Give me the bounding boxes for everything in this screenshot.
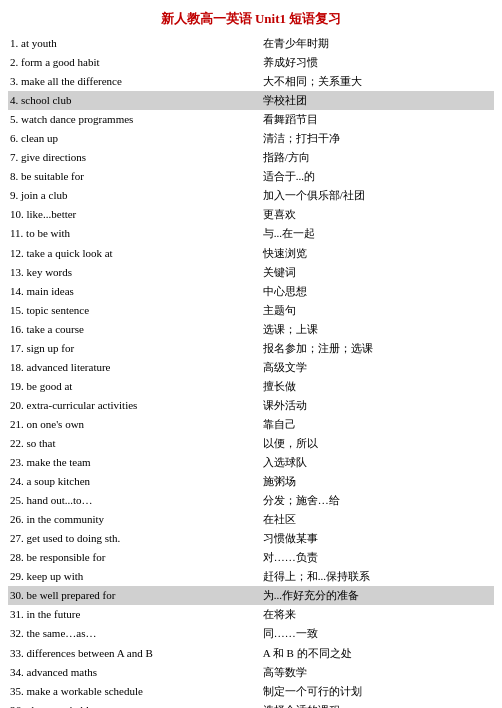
translation-text: 指路/方向 (261, 148, 494, 167)
translation-text: 高级文学 (261, 358, 494, 377)
translation-text: 对……负责 (261, 548, 494, 567)
row-number: 33. (10, 647, 27, 659)
row-number: 16. (10, 323, 27, 335)
translation-text: 为...作好充分的准备 (261, 586, 494, 605)
phrases-table: 1. at youth在青少年时期2. form a good habit养成好… (8, 34, 494, 708)
row-number: 23. (10, 456, 27, 468)
translation-text: 在将来 (261, 605, 494, 624)
phrase-text: take a course (27, 323, 84, 335)
row-number: 1. (10, 37, 21, 49)
table-row: 36. choose suitable courses选择合适的课程 (8, 701, 494, 708)
table-row: 24. a soup kitchen施粥场 (8, 472, 494, 491)
table-row: 31. in the future在将来 (8, 605, 494, 624)
translation-text: 选课；上课 (261, 320, 494, 339)
phrase-text: be well prepared for (27, 589, 116, 601)
phrase-text: form a good habit (21, 56, 100, 68)
phrase-text: key words (27, 266, 73, 278)
table-row: 17. sign up for报名参加；注册；选课 (8, 339, 494, 358)
phrase-text: main ideas (27, 285, 74, 297)
table-row: 4. school club学校社团 (8, 91, 494, 110)
table-row: 34. advanced maths高等数学 (8, 663, 494, 682)
row-number: 19. (10, 380, 27, 392)
row-number: 13. (10, 266, 27, 278)
table-row: 16. take a course选课；上课 (8, 320, 494, 339)
row-number: 17. (10, 342, 27, 354)
row-number: 21. (10, 418, 27, 430)
table-row: 33. differences between A and BA 和 B 的不同… (8, 644, 494, 663)
translation-text: 分发；施舍…给 (261, 491, 494, 510)
row-number: 6. (10, 132, 21, 144)
table-row: 9. join a club加入一个俱乐部/社团 (8, 186, 494, 205)
phrase-text: the same…as… (27, 627, 97, 639)
phrase-text: at youth (21, 37, 57, 49)
translation-text: 选择合适的课程 (261, 701, 494, 708)
table-row: 35. make a workable schedule制定一个可行的计划 (8, 682, 494, 701)
phrase-text: differences between A and B (27, 647, 153, 659)
table-row: 5. watch dance programmes看舞蹈节目 (8, 110, 494, 129)
phrase-text: get used to doing sth. (27, 532, 121, 544)
row-number: 34. (10, 666, 27, 678)
table-row: 12. take a quick look at快速浏览 (8, 244, 494, 263)
row-number: 28. (10, 551, 27, 563)
row-number: 5. (10, 113, 21, 125)
table-row: 13. key words关键词 (8, 263, 494, 282)
phrase-text: make a workable schedule (27, 685, 143, 697)
translation-text: 擅长做 (261, 377, 494, 396)
phrase-text: extra-curricular activities (27, 399, 138, 411)
table-row: 20. extra-curricular activities课外活动 (8, 396, 494, 415)
translation-text: 与...在一起 (261, 224, 494, 243)
row-number: 36. (10, 704, 27, 708)
translation-text: 清洁；打扫干净 (261, 129, 494, 148)
translation-text: 在社区 (261, 510, 494, 529)
translation-text: 更喜欢 (261, 205, 494, 224)
translation-text: 养成好习惯 (261, 53, 494, 72)
phrase-text: in the future (27, 608, 81, 620)
translation-text: 关键词 (261, 263, 494, 282)
table-row: 27. get used to doing sth.习惯做某事 (8, 529, 494, 548)
phrase-text: advanced maths (27, 666, 98, 678)
table-row: 2. form a good habit养成好习惯 (8, 53, 494, 72)
table-row: 11. to be with与...在一起 (8, 224, 494, 243)
row-number: 9. (10, 189, 21, 201)
row-number: 8. (10, 170, 21, 182)
table-row: 15. topic sentence主题句 (8, 301, 494, 320)
row-number: 35. (10, 685, 27, 697)
row-number: 2. (10, 56, 21, 68)
table-row: 29. keep up with赶得上；和...保持联系 (8, 567, 494, 586)
translation-text: 入选球队 (261, 453, 494, 472)
phrase-text: choose suitable courses (27, 704, 130, 708)
phrase-text: take a quick look at (27, 247, 113, 259)
phrase-text: advanced literature (27, 361, 111, 373)
page-title: 新人教高一英语 Unit1 短语复习 (8, 10, 494, 28)
phrase-text: give directions (21, 151, 86, 163)
table-row: 23. make the team入选球队 (8, 453, 494, 472)
phrase-text: join a club (21, 189, 67, 201)
table-row: 3. make all the difference大不相同；关系重大 (8, 72, 494, 91)
row-number: 30. (10, 589, 27, 601)
row-number: 25. (10, 494, 27, 506)
row-number: 10. (10, 208, 27, 220)
translation-text: 高等数学 (261, 663, 494, 682)
translation-text: 以便，所以 (261, 434, 494, 453)
translation-text: 快速浏览 (261, 244, 494, 263)
translation-text: 大不相同；关系重大 (261, 72, 494, 91)
translation-text: 适合于...的 (261, 167, 494, 186)
translation-text: 看舞蹈节目 (261, 110, 494, 129)
row-number: 26. (10, 513, 27, 525)
row-number: 11. (10, 227, 26, 239)
phrase-text: to be with (26, 227, 70, 239)
table-row: 32. the same…as…同……一致 (8, 624, 494, 643)
table-row: 28. be responsible for对……负责 (8, 548, 494, 567)
translation-text: 中心思想 (261, 282, 494, 301)
translation-text: A 和 B 的不同之处 (261, 644, 494, 663)
phrase-text: hand out...to… (27, 494, 93, 506)
table-row: 6. clean up清洁；打扫干净 (8, 129, 494, 148)
table-row: 21. on one's own靠自己 (8, 415, 494, 434)
phrase-text: be suitable for (21, 170, 84, 182)
table-row: 10. like...better更喜欢 (8, 205, 494, 224)
table-row: 30. be well prepared for为...作好充分的准备 (8, 586, 494, 605)
table-row: 26. in the community在社区 (8, 510, 494, 529)
translation-text: 靠自己 (261, 415, 494, 434)
row-number: 7. (10, 151, 21, 163)
phrase-text: clean up (21, 132, 58, 144)
